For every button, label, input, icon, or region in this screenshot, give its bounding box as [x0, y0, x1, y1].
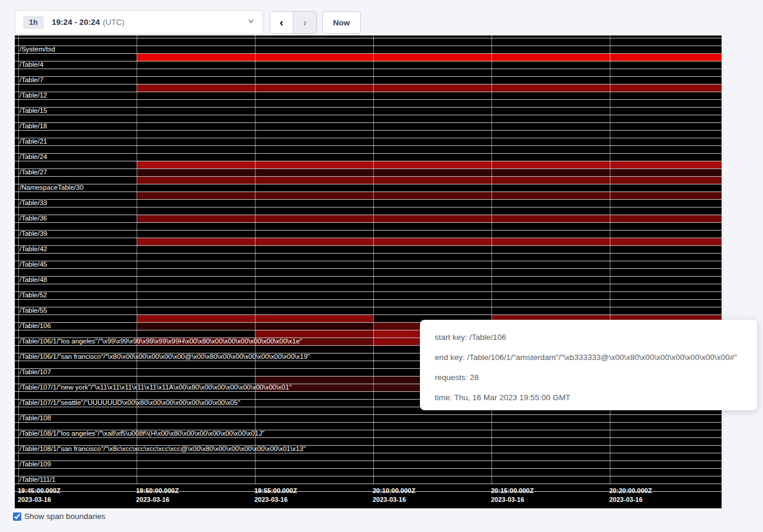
- grid-line-horizontal: [15, 99, 722, 100]
- grid-line-horizontal: [15, 245, 722, 246]
- grid-line-horizontal: [15, 422, 722, 423]
- grid-line-horizontal: [15, 84, 722, 85]
- tooltip-requests: requests: 28: [435, 369, 757, 390]
- tooltip-end-key: end key: /Table/106/1/"amsterdam"/"\xb33…: [435, 349, 757, 369]
- row-key-label: /Table/36: [20, 215, 47, 222]
- grid-line-horizontal: [15, 253, 722, 254]
- row-key-label: /Table/33: [20, 199, 47, 207]
- time-nav-group: ‹ ›: [270, 11, 317, 34]
- grid-line-horizontal: [15, 199, 722, 200]
- heat-band[interactable]: [255, 330, 373, 338]
- row-key-label: /Table/12: [20, 92, 47, 99]
- tick-date: 2023-03-16: [18, 495, 60, 504]
- tick-time: 20:10:00.000Z: [373, 486, 415, 495]
- row-key-label: /Table/107: [20, 368, 51, 376]
- tick-time: 20:15:00.000Z: [491, 486, 534, 495]
- grid-line-horizontal: [15, 192, 722, 192]
- grid-line-horizontal: [15, 168, 722, 169]
- grid-line-vertical: [610, 35, 610, 484]
- grid-line-horizontal: [15, 161, 722, 161]
- time-range-timezone: (UTC): [103, 18, 125, 27]
- row-key-label: /Table/109: [20, 460, 51, 468]
- key-visualizer-heatmap[interactable]: /System/tsd/Table/4/Table/7/Table/12/Tab…: [15, 35, 722, 508]
- time-axis-tick: 19:45:00.000Z2023-03-16: [18, 486, 60, 504]
- time-axis-tick: 19:50:00.000Z2023-03-16: [136, 486, 179, 504]
- grid-line-horizontal: [15, 307, 722, 307]
- grid-line-horizontal: [15, 122, 722, 123]
- tick-time: 19:45:00.000Z: [18, 486, 60, 495]
- heat-band[interactable]: [137, 215, 722, 222]
- grid-line-horizontal: [15, 53, 722, 54]
- grid-line-horizontal: [15, 476, 722, 476]
- grid-line-vertical: [492, 35, 492, 484]
- grid-line-horizontal: [15, 222, 722, 223]
- heat-band[interactable]: [137, 169, 722, 176]
- tooltip-start-key: start key: /Table/106: [435, 329, 757, 349]
- grid-line-horizontal: [15, 460, 722, 461]
- row-key-label: /Table/39: [20, 230, 47, 238]
- grid-line-vertical: [137, 35, 137, 484]
- grid-line-horizontal: [15, 76, 722, 77]
- row-key-label: /Table/108/1/"san francisco"/"\x8c\xcc\x…: [20, 445, 306, 453]
- grid-line-horizontal: [15, 92, 722, 92]
- tick-time: 19:50:00.000Z: [136, 486, 179, 495]
- tick-date: 2023-03-16: [254, 495, 297, 504]
- row-key-label: /System/tsd: [20, 46, 55, 53]
- row-key-label: /Table/15: [20, 107, 47, 115]
- row-key-label: /Table/21: [20, 138, 47, 145]
- heat-band[interactable]: [137, 161, 722, 168]
- row-key-label: /Table/108/1/"los angeles"/"\xa8\xf5\u00…: [20, 430, 264, 437]
- tick-date: 2023-03-16: [373, 495, 415, 504]
- row-key-label: /Table/107/1/"seattle"/"UUUUUUD\x00\x80\…: [20, 399, 240, 407]
- heat-band[interactable]: [137, 177, 722, 184]
- row-key-label: /Table/108: [20, 414, 51, 422]
- grid-line-horizontal: [15, 414, 722, 415]
- tick-time: 20:20:00.000Z: [609, 486, 652, 495]
- row-key-label: /Table/4: [20, 61, 43, 69]
- prev-time-button[interactable]: ‹: [270, 12, 293, 33]
- time-range-select[interactable]: 1h 19:24 - 20:24 (UTC) ˅: [15, 10, 263, 34]
- time-axis-tick: 20:10:00.000Z2023-03-16: [373, 486, 415, 504]
- grid-line-horizontal: [15, 261, 722, 261]
- grid-line-horizontal: [15, 69, 722, 69]
- time-range-text: 19:24 - 20:24: [52, 18, 100, 27]
- heat-band[interactable]: [137, 238, 722, 245]
- grid-line-horizontal: [15, 46, 722, 46]
- grid-line-horizontal: [15, 314, 722, 315]
- grid-line-horizontal: [15, 61, 722, 61]
- tick-time: 19:55:00.000Z: [254, 486, 297, 495]
- grid-line-horizontal: [15, 230, 722, 231]
- grid-line-horizontal: [15, 291, 722, 292]
- grid-line-horizontal: [15, 153, 722, 154]
- row-key-label: /Table/7: [20, 76, 43, 84]
- grid-line-horizontal: [15, 484, 722, 484]
- grid-line-horizontal: [15, 453, 722, 453]
- row-key-label: /Table/52: [20, 291, 47, 299]
- grid-line-horizontal: [15, 215, 722, 215]
- show-span-boundaries-label: Show span boundaries: [24, 512, 105, 521]
- grid-line-horizontal: [15, 130, 722, 131]
- tick-date: 2023-03-16: [609, 495, 652, 504]
- span-tooltip: start key: /Table/106 end key: /Table/10…: [420, 320, 757, 410]
- show-span-boundaries-checkbox[interactable]: [13, 512, 21, 521]
- grid-line-horizontal: [15, 176, 722, 177]
- next-time-button[interactable]: ›: [293, 12, 316, 33]
- now-button[interactable]: Now: [322, 11, 361, 34]
- chevron-right-icon: ›: [303, 16, 306, 29]
- row-key-label: /Table/106: [20, 322, 51, 330]
- row-key-label: /Table/48: [20, 276, 47, 284]
- time-range-badge: 1h: [23, 16, 44, 29]
- grid-line-horizontal: [15, 207, 722, 207]
- time-axis-tick: 20:15:00.000Z2023-03-16: [491, 486, 534, 504]
- heat-band[interactable]: [137, 192, 722, 199]
- grid-line-horizontal: [15, 276, 722, 277]
- row-key-label: /Table/24: [20, 153, 47, 161]
- grid-line-horizontal: [15, 184, 722, 184]
- grid-line-vertical: [373, 35, 374, 484]
- row-key-label: /Table/18: [20, 122, 47, 130]
- grid-line-horizontal: [15, 437, 722, 438]
- heat-band[interactable]: [137, 54, 722, 61]
- chevron-left-icon: ‹: [280, 16, 283, 29]
- tick-date: 2023-03-16: [491, 495, 534, 504]
- heat-band[interactable]: [137, 85, 722, 92]
